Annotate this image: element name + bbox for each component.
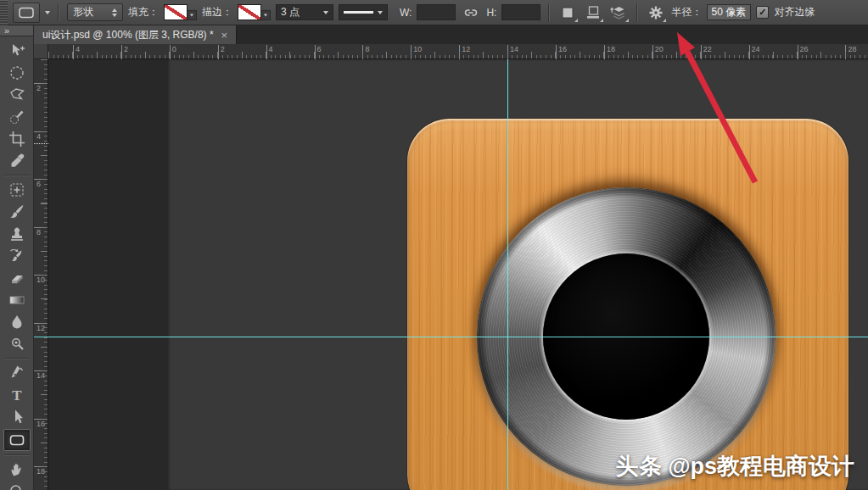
ruler-h-label: 4 [266,45,273,53]
eyedropper-tool-icon [8,152,26,170]
watermark: 头条@ps教程电商设计 [615,451,854,482]
elliptical-marquee-tool-icon [8,64,26,82]
fill-swatch[interactable] [164,4,197,20]
lasso-tool-icon [8,86,26,104]
history-brush-tool[interactable] [4,246,30,266]
hand-tool-icon [8,460,26,479]
updown-arrows-icon [112,8,117,17]
tool-list: T [0,40,33,490]
ruler-vertical[interactable]: 24681012141618 [34,59,48,490]
crop-tool[interactable] [4,129,30,149]
tool-preset-dropdown-icon[interactable] [45,11,50,14]
spot-healing-brush-tool[interactable] [4,180,30,200]
clone-stamp-tool[interactable] [4,224,30,244]
ruler-v-label: 2 [34,83,47,92]
type-tool[interactable]: T [4,385,30,405]
blur-tool[interactable] [4,312,30,332]
rounded-rectangle-tool-icon [8,431,26,449]
ruler-h-label: 22 [701,45,712,53]
elliptical-marquee-tool[interactable] [4,63,30,83]
document-tab-title: ui设计.psd @ 100% (图层 3, RGB/8) * [42,28,214,42]
ruler-h-label: 14 [507,45,518,53]
blur-tool-icon [8,313,26,331]
ruler-h-label: 10 [411,45,422,53]
canvas-document[interactable] [167,59,868,490]
pen-tool[interactable] [4,363,30,383]
ruler-h-label: 12 [459,45,470,53]
hand-tool[interactable] [4,459,30,480]
flyout-triangle-icon [625,19,629,22]
tool-separator [4,454,30,456]
brush-tool[interactable] [4,202,30,222]
path-operations-button[interactable] [557,3,578,23]
shape-height-input[interactable] [501,4,540,20]
stroke-swatch[interactable] [238,4,271,20]
path-arrangement-button[interactable] [608,3,629,23]
quick-selection-tool[interactable] [4,107,30,127]
quick-selection-tool-icon [8,108,26,126]
fill-label: 填充： [128,5,159,19]
crop-tool-icon [8,130,26,148]
path-selection-tool[interactable] [4,407,30,427]
path-alignment-button[interactable] [583,3,603,23]
align-edges-label: 对齐边缘 [774,5,815,19]
ruler-h-label: 8 [362,45,369,53]
ruler-origin-corner[interactable] [34,44,48,59]
width-label: W: [400,7,412,19]
lasso-tool[interactable] [4,85,30,105]
stroke-style-dropdown[interactable] [339,4,388,20]
dodge-tool[interactable] [4,334,30,354]
geometry-options-button[interactable] [646,3,666,23]
shape-width-input[interactable] [417,4,456,20]
vertical-guide[interactable] [507,59,508,490]
link-dimensions-button[interactable] [461,3,481,23]
clone-stamp-tool-icon [8,225,26,243]
ruler-h-label: 6 [315,45,322,53]
radius-input[interactable]: 50 像素 [707,4,751,20]
ruler-v-label: 4 [34,131,47,140]
options-bar-grip[interactable] [0,0,8,25]
gradient-tool[interactable] [4,290,30,310]
eyedropper-tool[interactable] [4,151,30,171]
ruler-v-label: 14 [34,370,47,379]
close-icon[interactable]: × [221,30,228,41]
no-stroke-swatch-icon [238,4,261,20]
ruler-position-marker [34,143,48,144]
canvas-viewport [48,59,868,490]
ruler-h-label: 4 [73,45,80,53]
options-bar: 形状 填充： 描边： 3 点 W: H: [0,0,868,25]
tool-separator [4,358,30,359]
pen-tool-icon [8,364,26,382]
stroke-width-dropdown[interactable]: 3 点 [276,4,333,20]
ruler-h-label: 18 [604,45,615,53]
align-edges-checkbox[interactable]: ✓ [756,6,769,19]
stroke-label: 描边： [202,5,232,19]
dodge-tool-icon [8,335,26,354]
ruler-h-label: 26 [798,45,809,53]
ruler-h-label: 20 [652,45,664,53]
flyout-triangle-icon [600,19,603,22]
ruler-horizontal[interactable]: 420246810121416182022242628 [48,44,868,59]
ruler-v-label: 6 [34,179,47,187]
separator [636,3,638,22]
stroke-dropdown-icon[interactable] [261,10,271,20]
zoom-tool[interactable] [4,482,30,490]
radius-label: 半径： [671,5,702,19]
ruler-guide-marker [34,337,48,337]
tools-panel-collapse-button[interactable]: » [0,25,33,36]
tool-mode-dropdown[interactable]: 形状 [67,3,123,21]
flyout-triangle-icon [663,19,666,22]
eraser-tool[interactable] [4,268,30,288]
fill-dropdown-icon[interactable] [188,10,197,20]
ruler-v-label: 10 [34,275,47,283]
tool-preset-button[interactable] [13,3,40,23]
document-tab[interactable]: ui设计.psd @ 100% (图层 3, RGB/8) * × [34,25,237,44]
rounded-rectangle-tool[interactable] [3,429,31,451]
ruler-h-label: 2 [121,45,128,53]
ruler-h-label: 2 [218,45,225,53]
path-selection-tool-icon [8,408,26,426]
move-tool[interactable] [4,41,30,61]
zoom-tool-icon [8,482,26,490]
ruler-v-label: 8 [34,227,47,236]
horizontal-guide[interactable] [48,337,868,337]
